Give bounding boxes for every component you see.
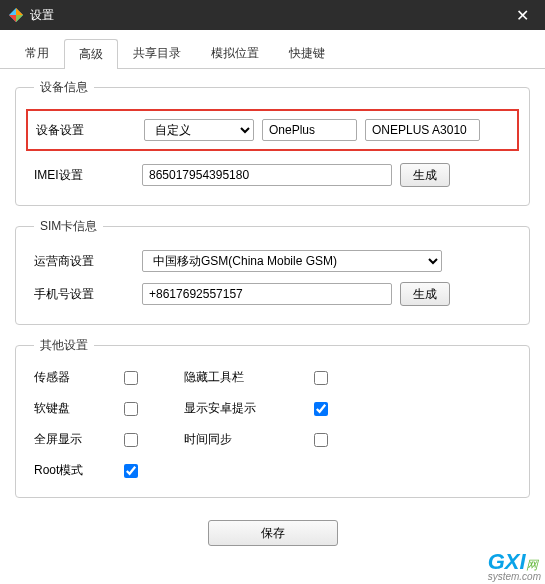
device-model-input[interactable] <box>365 119 480 141</box>
tab-shared-dir[interactable]: 共享目录 <box>118 38 196 68</box>
show-tip-label: 显示安卓提示 <box>184 400 314 417</box>
imei-input[interactable] <box>142 164 392 186</box>
device-setting-label: 设备设置 <box>36 122 136 139</box>
device-setting-select[interactable]: 自定义 <box>144 119 254 141</box>
imei-label: IMEI设置 <box>34 167 134 184</box>
phone-label: 手机号设置 <box>34 286 134 303</box>
titlebar: 设置 ✕ <box>0 0 545 30</box>
app-icon <box>8 7 24 23</box>
device-info-legend: 设备信息 <box>34 79 94 96</box>
phone-input[interactable] <box>142 283 392 305</box>
svg-marker-1 <box>16 8 23 15</box>
carrier-label: 运营商设置 <box>34 253 134 270</box>
tab-advanced[interactable]: 高级 <box>64 39 118 69</box>
tab-common[interactable]: 常用 <box>10 38 64 68</box>
content-area: 设备信息 设备设置 自定义 IMEI设置 生成 SIM卡信息 运营商设置 中国移… <box>0 69 545 560</box>
device-info-group: 设备信息 设备设置 自定义 IMEI设置 生成 <box>15 79 530 206</box>
svg-marker-2 <box>16 15 23 22</box>
device-brand-input[interactable] <box>262 119 357 141</box>
svg-marker-3 <box>9 15 16 22</box>
hide-toolbar-label: 隐藏工具栏 <box>184 369 314 386</box>
window-title: 设置 <box>30 7 507 24</box>
sim-info-legend: SIM卡信息 <box>34 218 103 235</box>
tab-mock-location[interactable]: 模拟位置 <box>196 38 274 68</box>
sensor-checkbox[interactable] <box>124 371 138 385</box>
time-sync-label: 时间同步 <box>184 431 314 448</box>
save-button[interactable]: 保存 <box>208 520 338 546</box>
tab-shortcuts[interactable]: 快捷键 <box>274 38 340 68</box>
time-sync-checkbox[interactable] <box>314 433 328 447</box>
carrier-select[interactable]: 中国移动GSM(China Mobile GSM) <box>142 250 442 272</box>
fullscreen-checkbox[interactable] <box>124 433 138 447</box>
soft-keyboard-checkbox[interactable] <box>124 402 138 416</box>
soft-keyboard-label: 软键盘 <box>34 400 124 417</box>
root-mode-checkbox[interactable] <box>124 464 138 478</box>
footer: 保存 <box>15 510 530 550</box>
highlight-box: 设备设置 自定义 <box>26 109 519 151</box>
phone-generate-button[interactable]: 生成 <box>400 282 450 306</box>
tabs-bar: 常用 高级 共享目录 模拟位置 快捷键 <box>0 30 545 69</box>
other-settings-group: 其他设置 传感器 隐藏工具栏 软键盘 显示安卓提示 全屏显示 时间同步 Root… <box>15 337 530 498</box>
watermark-sub: system.com <box>488 571 541 582</box>
hide-toolbar-checkbox[interactable] <box>314 371 328 385</box>
show-tip-checkbox[interactable] <box>314 402 328 416</box>
imei-generate-button[interactable]: 生成 <box>400 163 450 187</box>
sensor-label: 传感器 <box>34 369 124 386</box>
close-button[interactable]: ✕ <box>507 0 537 30</box>
fullscreen-label: 全屏显示 <box>34 431 124 448</box>
other-settings-legend: 其他设置 <box>34 337 94 354</box>
sim-info-group: SIM卡信息 运营商设置 中国移动GSM(China Mobile GSM) 手… <box>15 218 530 325</box>
root-mode-label: Root模式 <box>34 462 124 479</box>
